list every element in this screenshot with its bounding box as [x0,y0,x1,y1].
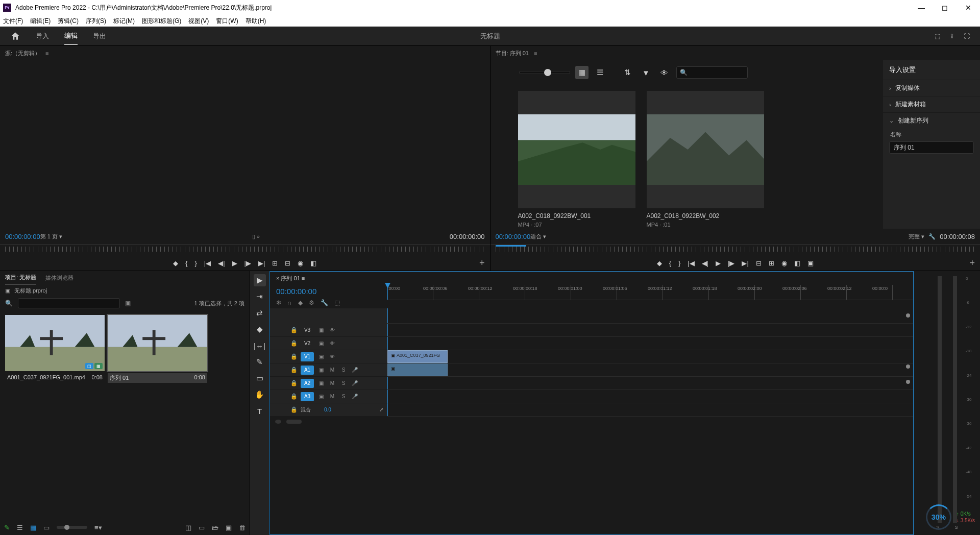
track-select-tool-icon[interactable]: ⇥ [254,290,266,303]
eye-icon[interactable]: 👁 [328,327,336,334]
settings-icon[interactable]: ⚙ [309,299,314,306]
section-copy-media[interactable]: ›复制媒体 [883,80,980,96]
tab-export[interactable]: 导出 [93,28,106,45]
toggle-output-icon[interactable]: ▣ [317,353,325,360]
fit-dropdown[interactable]: 适合 ▾ [530,233,546,240]
menu-clip[interactable]: 剪辑(C) [58,17,79,26]
hand-tool-icon[interactable]: ✋ [254,388,266,401]
menu-help[interactable]: 帮助(H) [246,17,266,26]
quality-dropdown[interactable]: 完整 ▾ [909,233,924,240]
pen-tool-icon[interactable]: ✎ [254,356,266,368]
bin-icon[interactable]: ▣ [5,287,10,294]
cc-icon[interactable]: ⬚ [334,299,340,306]
new-item-icon[interactable]: ▣ [226,524,232,531]
sort-icon[interactable]: ⇅ [621,66,634,79]
timeline-clip-audio[interactable]: ▣ [387,363,448,376]
mic-icon[interactable]: 🎤 [351,367,359,374]
extract-icon[interactable]: ⊞ [769,259,774,267]
zoom-handle-bot[interactable] [906,380,910,384]
panel-menu-icon[interactable]: ≡ [45,50,48,56]
zoom-handle-top[interactable] [906,313,910,318]
tab-edit[interactable]: 编辑 [64,27,78,45]
marker-icon[interactable]: ◆ [657,259,662,267]
automate-icon[interactable]: ◫ [185,524,191,531]
panel-menu-icon[interactable]: ≡ [534,50,537,56]
program-ruler[interactable] [491,244,981,255]
toggle-output-icon[interactable]: ▣ [317,380,325,387]
media-card[interactable]: A002_C018_0922BW_001 MP4 · :07 [518,91,635,228]
timeline-ruler[interactable]: :00:00 00:00:00:06 00:00:00:12 00:00:00:… [387,285,913,300]
selection-tool-icon[interactable]: ▶ [254,274,266,286]
export-frame-icon[interactable]: ◉ [781,259,787,267]
project-search-input[interactable] [18,298,120,308]
expand-icon[interactable]: ⤢ [379,407,383,412]
icon-view-icon[interactable]: ▦ [30,524,36,531]
go-out-icon[interactable]: ▶| [742,259,748,267]
type-tool-icon[interactable]: T [254,405,266,417]
toggle-output-icon[interactable]: ▣ [317,393,325,400]
add-button-icon[interactable]: + [969,258,975,269]
lock-icon[interactable]: 🔒 [290,353,298,360]
tracks-area[interactable]: ▣ A001_C037_0921FG ▣ [387,308,913,417]
wrench-icon[interactable]: 🔧 [321,299,328,306]
source-ruler[interactable] [0,244,490,255]
import-search[interactable]: 🔍 [676,66,748,79]
list-view-icon[interactable]: ☰ [17,524,23,531]
safe-margins-icon[interactable]: ▣ [807,259,814,267]
export-frame-icon[interactable]: ◉ [298,259,303,267]
performance-gauge[interactable]: 30% [926,504,951,530]
mic-icon[interactable]: 🎤 [351,380,359,387]
source-timecode-left[interactable]: 00:00:00:00 [5,233,40,240]
section-create-sequence[interactable]: ⌄创建新序列 [883,112,980,129]
source-tab[interactable]: 源:（无剪辑） [5,50,40,57]
play-icon[interactable]: ▶ [716,259,721,267]
sequence-name-input[interactable]: 序列 01 [889,141,974,154]
lock-icon[interactable]: 🔒 [290,406,298,413]
tab-project[interactable]: 项目: 无标题 [5,271,36,284]
program-tab[interactable]: 节目: 序列 01 [496,50,529,57]
lock-icon[interactable]: 🔒 [290,393,298,400]
in-icon[interactable]: { [669,259,671,267]
timeline-timecode[interactable]: 00:00:00:00 [276,287,316,296]
track-a1[interactable]: A1 [301,366,314,375]
lock-icon[interactable]: 🔒 [290,380,298,386]
rectangle-tool-icon[interactable]: ▭ [254,372,266,384]
go-in-icon[interactable]: |◀ [204,259,211,267]
play-icon[interactable]: ▶ [232,259,237,267]
timeline-tab[interactable]: × 序列 01 ≡ [276,275,305,282]
razor-tool-icon[interactable]: ◆ [254,323,266,335]
track-v1[interactable]: V1 [301,352,314,361]
home-icon[interactable] [10,31,20,41]
go-out-icon[interactable]: ▶| [258,259,265,267]
track-a2[interactable]: A2 [301,379,314,388]
go-in-icon[interactable]: |◀ [688,259,694,267]
menu-sequence[interactable]: 序列(S) [86,17,106,26]
minimize-button[interactable]: — [910,0,933,15]
eye-icon[interactable]: 👁 [658,66,671,79]
in-icon[interactable]: { [185,259,187,267]
overwrite-icon[interactable]: ⊟ [285,259,290,267]
compare-icon[interactable]: ◧ [794,259,800,267]
track-a3[interactable]: A3 [301,392,314,401]
step-back-icon[interactable]: ◀| [218,259,225,267]
marker-icon[interactable]: ◆ [173,259,178,267]
insert-icon[interactable]: ⊞ [272,259,278,267]
wrench-icon[interactable]: 🔧 [928,233,936,240]
menu-file[interactable]: 文件(F) [3,17,23,26]
add-button-icon[interactable]: + [479,258,485,269]
filter-icon[interactable]: ▼ [640,66,653,79]
toggle-output-icon[interactable]: ▣ [317,340,325,347]
clip-card[interactable]: ◫▦ A001_C037_0921FG_001.mp4 0:08 [5,315,105,381]
menu-graphics[interactable]: 图形和标题(G) [142,17,181,26]
lock-icon[interactable]: 🔒 [290,327,298,333]
pencil-icon[interactable]: ✎ [4,524,10,531]
grid-view-icon[interactable]: ▦ [575,66,589,79]
step-fwd-icon[interactable]: |▶ [244,259,251,267]
out-icon[interactable]: } [194,259,197,267]
marker-icon[interactable]: ◆ [298,299,303,306]
quick-export-icon[interactable]: ⬚ [935,33,940,40]
eye-icon[interactable]: 👁 [328,340,336,347]
sort-icon[interactable]: ≡▾ [94,524,102,531]
source-page-dropdown[interactable]: 第 1 页 ▾ [40,233,62,240]
ripple-tool-icon[interactable]: ⇄ [254,307,266,319]
